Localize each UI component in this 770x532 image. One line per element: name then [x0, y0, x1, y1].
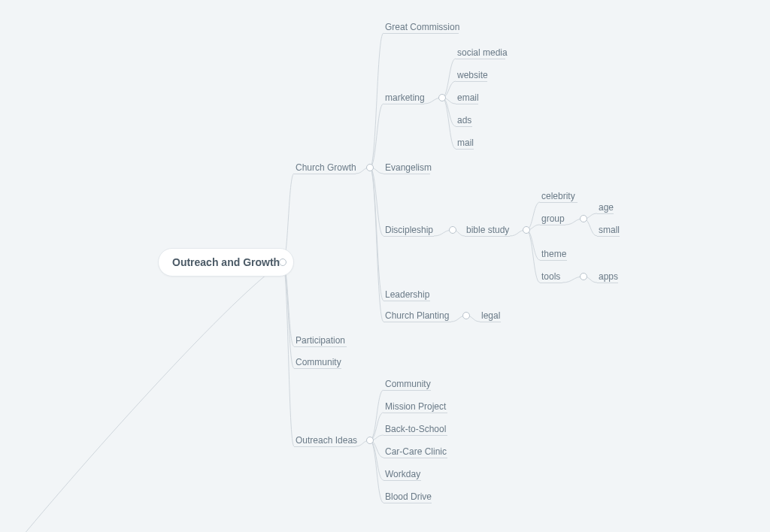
node-underline: [383, 390, 431, 391]
branch-community[interactable]: Community: [296, 356, 341, 368]
node-underline: [383, 458, 447, 458]
church-growth-child-great_commission[interactable]: Great Commission: [385, 21, 459, 33]
node-underline: [294, 446, 356, 447]
discipleship-junction-dot: [449, 226, 456, 234]
marketing-child-2[interactable]: email: [457, 92, 479, 104]
bible-study-child-3[interactable]: tools: [541, 271, 560, 283]
node-underline: [540, 283, 562, 283]
node-underline: [383, 104, 424, 104]
node-underline: [294, 368, 341, 369]
bible-study-junction-dot: [523, 226, 530, 234]
node-underline: [456, 59, 505, 59]
group-child-0[interactable]: age: [599, 201, 614, 213]
node-underline: [597, 236, 620, 237]
church-planting-junction-dot: [462, 312, 470, 319]
node-underline: [540, 202, 578, 203]
tools-junction-dot: [580, 273, 587, 280]
marketing-child-0[interactable]: social media: [457, 47, 508, 59]
bible-study-child-0[interactable]: celebrity: [541, 190, 575, 202]
node-underline: [456, 81, 487, 82]
marketing-child-4[interactable]: mail: [457, 137, 474, 149]
branch-outreach_ideas[interactable]: Outreach Ideas: [296, 434, 357, 446]
node-underline: [597, 283, 618, 283]
node-underline: [383, 413, 447, 413]
outreach-child-3[interactable]: Car-Care Clinic: [385, 446, 447, 458]
root-junction-dot: [279, 258, 286, 266]
node-underline: [294, 174, 356, 174]
group-junction-dot: [580, 215, 587, 222]
node-underline: [465, 236, 510, 237]
branch-church_growth[interactable]: Church Growth: [296, 162, 356, 174]
node-underline: [456, 149, 474, 150]
root-node[interactable]: Outreach and Growth: [158, 248, 294, 277]
node-underline: [383, 174, 430, 174]
branch-participation[interactable]: Participation: [296, 334, 345, 346]
church-growth-child-church_planting[interactable]: Church Planting: [385, 310, 449, 322]
group-child-1[interactable]: small: [599, 224, 620, 236]
marketing-child-1[interactable]: website: [457, 69, 488, 81]
bible-study-child-1[interactable]: group: [541, 213, 565, 225]
outreach-child-0[interactable]: Community: [385, 378, 431, 390]
node-underline: [456, 126, 472, 127]
church-growth-child-evangelism[interactable]: Evangelism: [385, 162, 432, 174]
node-underline: [383, 503, 432, 503]
church-growth-child-discipleship[interactable]: Discipleship: [385, 224, 433, 236]
node-underline: [383, 480, 421, 481]
node-underline: [383, 236, 434, 237]
node-underline: [294, 346, 347, 347]
bible-study-child-2[interactable]: theme: [541, 248, 566, 260]
node-underline: [597, 213, 614, 214]
marketing-child-3[interactable]: ads: [457, 114, 471, 126]
node-underline: [383, 33, 459, 34]
discipleship-child-bible_study[interactable]: bible study: [466, 224, 509, 236]
marketing-junction-dot: [438, 94, 446, 101]
outreach-child-2[interactable]: Back-to-School: [385, 423, 446, 435]
node-underline: [480, 322, 501, 322]
node-underline: [383, 435, 447, 436]
church-growth-junction-dot: [366, 164, 374, 171]
outreach-ideas-junction-dot: [366, 437, 374, 444]
outreach-child-5[interactable]: Blood Drive: [385, 491, 432, 503]
node-underline: [383, 322, 451, 322]
node-underline: [540, 260, 567, 261]
outreach-child-1[interactable]: Mission Project: [385, 401, 446, 413]
node-underline: [456, 104, 478, 104]
church-planting-child-0[interactable]: legal: [481, 310, 500, 322]
node-underline: [540, 225, 565, 225]
tools-child-0[interactable]: apps: [599, 271, 618, 283]
node-underline: [383, 301, 430, 301]
church-growth-child-leadership[interactable]: Leadership: [385, 289, 429, 301]
mindmap-canvas[interactable]: Outreach and GrowthChurch GrowthParticip…: [0, 0, 770, 532]
church-growth-child-marketing[interactable]: marketing: [385, 92, 425, 104]
outreach-child-4[interactable]: Workday: [385, 468, 420, 480]
